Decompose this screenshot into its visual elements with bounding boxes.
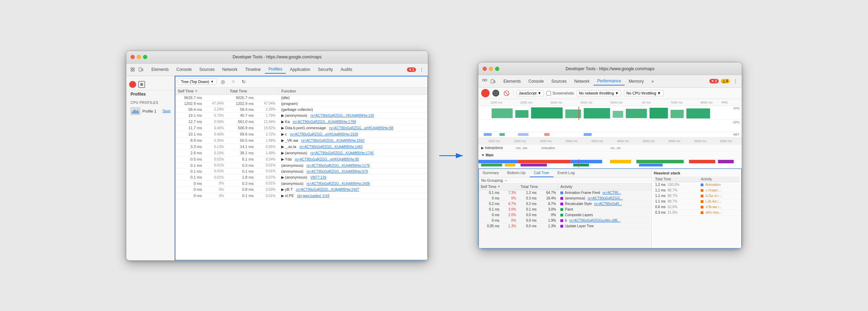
fn-link[interactable]: rs=ACT90oGqRZGG...KUlgM95Hw:1483 (299, 145, 362, 149)
maximize-button-right[interactable] (495, 67, 499, 71)
activity-link[interactable]: rs=ACT90... (602, 191, 621, 195)
inspect-icon[interactable] (129, 66, 136, 73)
th-self-time[interactable]: Self Time ▼ (175, 88, 227, 95)
fn-link[interactable]: rs=ACT90oGqRZGG...KUlgM95Hw:1745 (310, 151, 374, 155)
js-dropdown[interactable]: JavaScript ▼ (516, 90, 544, 96)
th-self-time-bt[interactable]: Self Time ▼ (478, 183, 518, 190)
ct-self-time: 0.1 ms (478, 207, 501, 212)
svg-rect-32 (481, 164, 502, 166)
hs-activity: c /maps... (699, 188, 740, 193)
hs-color-dot (701, 189, 703, 192)
device-icon-right[interactable] (490, 78, 496, 85)
tab-network-right[interactable]: Network (571, 77, 593, 85)
svg-rect-23 (670, 110, 684, 118)
ct-self-pct: 3.0% (501, 207, 518, 212)
tab-event-log[interactable]: Event Log (553, 169, 579, 177)
network-throttle-dropdown[interactable]: No network throttling ▼ (576, 90, 621, 96)
more-menu-icon[interactable]: ⋮ (418, 66, 425, 73)
tab-summary[interactable]: Summary (478, 169, 503, 177)
table-row: 0 ms 0% 0.8 ms 0.03% ▶ yB.T rs=ACT90oGqR… (175, 186, 428, 193)
focus-icon-btn[interactable]: ◎ (219, 77, 227, 86)
refresh-icon-btn[interactable]: ↻ (240, 77, 248, 86)
more-menu-icon-right[interactable]: ⋮ (732, 78, 739, 85)
fn-link[interactable]: cb=gapi.loaded_0:44 (297, 194, 329, 198)
th-activity[interactable]: Activity (558, 183, 651, 190)
tab-call-tree[interactable]: Call Tree (530, 169, 553, 177)
tab-console[interactable]: Console (173, 66, 195, 73)
tab-memory-right[interactable]: Memory (625, 77, 647, 85)
fn-link[interactable]: rs=ACT90oGqRZGG...wVKUlgM95Hw:90 (295, 157, 359, 161)
tab-elements[interactable]: Elements (148, 66, 172, 73)
self-time-cell: 11.7 ms (175, 125, 205, 131)
ct-total-pct: 1.3% (539, 223, 558, 229)
ruler2-4000: 4000 ms (610, 139, 636, 143)
activity-name: Paint (565, 207, 573, 211)
close-button-right[interactable] (483, 67, 487, 71)
fn-link[interactable]: VM77:139 (310, 175, 326, 179)
tab-sources-right[interactable]: Sources (548, 77, 570, 85)
total-pct-cell: 1.98% (256, 137, 278, 144)
fn-link[interactable]: rs=ACT90oGqRZGG...KUlgM95Hw:1176 (307, 164, 370, 167)
fn-link[interactable]: rs=ACT90oGqRZGG...KUlgM95Hw:2408 (307, 182, 370, 186)
tab-console-right[interactable]: Console (525, 77, 547, 85)
tab-network[interactable]: Network (219, 66, 241, 73)
self-time-cell: 12.7 ms (175, 118, 205, 125)
th-total-time[interactable]: Total Time (227, 88, 278, 95)
stop-button-left[interactable] (138, 81, 145, 88)
tab-profiles[interactable]: Profiles (265, 65, 286, 74)
net-chart: NET (478, 132, 742, 138)
total-pct-cell: 0.01% (256, 193, 278, 199)
device-icon[interactable] (137, 66, 144, 73)
cpu-throttle-dropdown[interactable]: No CPU throttling ▼ (624, 90, 663, 96)
self-time-cell: 0 ms (175, 186, 205, 193)
profiles-sidebar: Profiles CPU PROFILES Profile 1 Save (126, 76, 175, 260)
fn-link[interactable]: rs=ACT90oGqRZGG...KUlgM95Hw:1799 (293, 120, 356, 124)
fn-link[interactable]: rs=ACT90oGqRZGG...KUlgM95Hw:679 (307, 170, 368, 173)
fn-name: (anonymous) (281, 169, 303, 173)
total-pct-cell: 0.03% (256, 186, 278, 193)
activity-link[interactable]: rs=ACT90oGqRZGGxuWo-z8B... (569, 219, 620, 222)
profile-save-link[interactable]: Save (162, 109, 170, 113)
clear-icon-btn[interactable]: 🚫 (502, 89, 510, 97)
tab-timeline[interactable]: Timeline (242, 66, 264, 73)
hs-time-pct: 88.7% (668, 199, 677, 203)
tab-application[interactable]: Application (286, 66, 314, 73)
tree-dropdown[interactable]: Tree (Top Down) ▼ (178, 79, 217, 85)
fn-link[interactable]: rs=ACT90oGqRZGG...KUlgM95Hw:1662 (301, 139, 365, 142)
minimize-button-left[interactable] (137, 55, 141, 59)
inspect-icon-right[interactable] (481, 78, 488, 85)
fn-link[interactable]: rs=ACT90oGqRZGG...wVKUlgM95Hw:1929 (290, 132, 358, 136)
tab-security[interactable]: Security (315, 66, 336, 73)
total-pct-cell: 1.49% (256, 150, 278, 156)
record-button-left[interactable] (129, 81, 136, 88)
self-pct-cell: 0% (205, 186, 227, 193)
tab-more-right[interactable]: » (648, 77, 657, 85)
tab-audits[interactable]: Audits (337, 66, 356, 73)
profile-1-item[interactable]: Profile 1 Save (126, 106, 175, 116)
svg-rect-5 (135, 110, 136, 114)
perf-record-btn[interactable] (481, 89, 490, 97)
activity-link[interactable]: rs=ACT90oGqR... (594, 202, 622, 206)
hs-time-pct: 52.6% (668, 205, 677, 209)
th-function[interactable]: Function (278, 88, 428, 95)
fps-label: FPS (721, 101, 739, 104)
fn-link[interactable]: rs=ACT90oGqRZGG...wVKUlgM95Hw:88 (329, 126, 393, 130)
screenshots-checkbox[interactable] (546, 91, 551, 96)
activity-link[interactable]: rs=ACT90oGqRZGG... (587, 196, 623, 200)
maximize-button-left[interactable] (143, 55, 147, 59)
perf-stop-btn[interactable] (492, 90, 499, 97)
tab-sources[interactable]: Sources (196, 66, 218, 73)
screenshots-toggle[interactable]: Screenshots (546, 91, 574, 96)
fn-link[interactable]: rs=ACT90oGqRZGG...KUlgM95Hw:2407 (296, 188, 359, 191)
th-total-time-bt[interactable]: Total Time (518, 183, 558, 190)
tab-bottom-up[interactable]: Bottom-Up (503, 169, 530, 177)
tab-performance-right[interactable]: Performance (594, 77, 625, 85)
minimize-button-right[interactable] (489, 67, 493, 71)
delete-icon-btn[interactable]: ✕ (229, 77, 237, 86)
total-time-cell: 506.9 ms (227, 125, 257, 131)
fn-link[interactable]: rs=ACT90oGqRZGG...VKUlgM95Hw:126 (310, 114, 374, 117)
activity-name: Recalculate Style (565, 202, 592, 206)
tab-elements-right[interactable]: Elements (500, 77, 524, 85)
ruler2-2500: 2500 ms (533, 139, 558, 143)
close-button-left[interactable] (131, 55, 135, 59)
